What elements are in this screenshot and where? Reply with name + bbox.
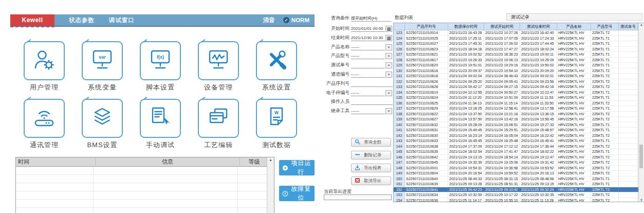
table-cell: HRV225KTL HV <box>557 176 591 182</box>
nav-item-1[interactable]: 状态参数 <box>69 16 95 24</box>
test-data-query-window: 查询条件 按开始时间(H) 开始时间2021/01/01 00:00▦结束时间2… <box>323 13 644 204</box>
table-row[interactable]: 130S2250721110106162021/11/23 20:09:3720… <box>394 68 644 74</box>
log-col-level: 等级 <box>240 158 268 166</box>
table-cell <box>619 166 638 171</box>
tile-system-variables[interactable]: var系统变量 <box>82 41 123 91</box>
table-row[interactable]: 126S2250721110106232021/11/23 18:04:1820… <box>394 47 644 52</box>
dropdown-arrow-button[interactable]: ▼ <box>385 90 392 96</box>
table-row[interactable]: 143S2250721110106332021/11/24 16:45:4520… <box>394 138 644 144</box>
tile-user-management[interactable]: 用户管理 <box>24 41 65 91</box>
table-row[interactable]: 150S2250721110106402021/11/25 08:49:3320… <box>394 176 644 182</box>
table-row[interactable]: 135S2250721110106242021/11/24 11:12:2020… <box>394 95 644 101</box>
log-cell <box>16 175 94 183</box>
date-input[interactable]: 2021/12/30 10:30 <box>351 35 385 41</box>
scrollbar-thumb[interactable] <box>639 145 643 168</box>
export-report-button[interactable]: 导出报表 <box>351 164 391 172</box>
delete-record-button[interactable]: 删除记录 <box>351 151 391 159</box>
tab-test-record[interactable]: 测试记录 <box>506 13 642 21</box>
table-cell <box>619 138 638 144</box>
table-row[interactable]: 141S2250721110106312021/11/24 15:49:4520… <box>394 128 644 133</box>
date-input[interactable]: 2021/01/01 00:00 <box>351 26 385 32</box>
mute-button[interactable]: 消音 <box>263 16 275 24</box>
tile-process-editor[interactable]: 工艺编辑 <box>198 99 239 148</box>
tile-device-management[interactable]: 设备管理 <box>198 41 239 91</box>
calendar-icon-button[interactable]: ▦ <box>385 35 392 41</box>
dropdown-arrow-button[interactable]: ▼ <box>385 44 392 50</box>
dropdown-arrow-button[interactable]: ▼ <box>385 108 392 114</box>
select-value[interactable] <box>351 62 385 68</box>
table-row[interactable]: 147S2250721110106452021/11/24 19:32:3920… <box>394 160 644 166</box>
table-cell: 225KTL T2 <box>591 79 619 84</box>
scroll-down-arrow[interactable]: ▼ <box>639 199 644 202</box>
table-row[interactable]: 148S2250721110100012021/11/24 19:54:3120… <box>394 166 644 171</box>
select-value[interactable]: ------ <box>351 108 385 114</box>
table-row[interactable]: 133S2250721110106282021/11/24 09:42:1720… <box>394 84 644 90</box>
dropdown-arrow-button[interactable]: ▼ <box>385 72 392 78</box>
table-cell <box>619 182 638 187</box>
table-row[interactable]: 142S2250721110106302021/11/24 16:23:1420… <box>394 133 644 139</box>
filter-mode-value[interactable]: 按开始时间(H) <box>351 15 391 22</box>
table-row[interactable]: 132S2250721110106262021/11/24 09:25:2020… <box>394 79 644 85</box>
project-run-button[interactable]: 项目运行 <box>279 160 315 175</box>
table-scrollbar[interactable]: ▲▼ <box>638 23 644 202</box>
table-row[interactable]: 128S2250721110106172021/11/23 19:26:3320… <box>394 58 644 63</box>
table-row[interactable]: 124S2250721110100252021/11/23 17:25:1120… <box>394 36 644 42</box>
tile-test-data[interactable]: w测试数据 <box>256 99 297 148</box>
table-row[interactable]: 127S2250721110106212021/11/23 19:02:5220… <box>394 52 644 58</box>
tile-script-settings[interactable]: f(x)脚本设置 <box>140 41 181 91</box>
calendar-icon-button[interactable]: ▦ <box>385 26 392 32</box>
table-row[interactable]: 146S2250721110106422021/11/24 19:13:1520… <box>394 155 644 161</box>
table-cell: 2021/11/24 19:53:52 <box>520 166 557 171</box>
tile-comm-management[interactable]: 通讯管理 <box>24 99 65 148</box>
text-input[interactable] <box>351 81 393 87</box>
table-cell: 2021/11/24 13:18:25 <box>448 106 484 111</box>
select-value[interactable]: ------ <box>351 44 385 50</box>
table-row[interactable]: 139S2250721110106272021/11/24 13:57:5020… <box>394 117 644 122</box>
tile-manual-debug[interactable]: 手动调试 <box>140 99 181 148</box>
table-row[interactable]: 137S2250721110106292021/11/24 13:18:2520… <box>394 106 644 112</box>
table-cell: S225072111010640 <box>405 176 448 182</box>
text-input[interactable] <box>351 99 393 105</box>
table-cell: 2021/11/24 20:16:13 <box>520 171 557 176</box>
table-row[interactable]: 123S2250721110100142021/11/23 16:43:2820… <box>394 30 644 36</box>
log-col-message: 信息 <box>96 158 240 166</box>
table-row[interactable]: 125S2250721110100272021/11/23 17:45:3120… <box>394 41 644 47</box>
table-cell: 2021/11/25 09:13:28 <box>448 182 484 187</box>
dropdown-arrow-button[interactable]: ▼ <box>385 53 392 59</box>
table-cell <box>619 36 638 41</box>
nav-item-2[interactable]: 调试窗口 <box>109 16 135 24</box>
table-row[interactable]: 152S2250721110106412021/11/25 09:42:2320… <box>394 187 644 193</box>
cancel-export-button[interactable]: 取消导出 <box>351 176 391 185</box>
tile-system-settings[interactable]: 系统设置 <box>256 41 297 91</box>
table-row[interactable]: 149S2250721110106042021/11/24 20:16:5420… <box>394 171 644 176</box>
tile-script-settings-box: f(x) <box>140 41 181 80</box>
table-header-cell: 产品名称 <box>557 23 591 30</box>
table-cell: 149 <box>394 171 405 176</box>
table-cell: 2021/11/24 12:58:41 <box>484 106 520 111</box>
table-row[interactable]: 129S2250721110106202021/11/23 19:51:0120… <box>394 63 644 68</box>
table-row[interactable]: 153S2250721110106342021/11/25 10:32:5920… <box>394 192 644 198</box>
select-value[interactable]: ------ <box>351 90 385 96</box>
table-row[interactable]: 151S2250721110106392021/11/25 09:13:2820… <box>394 182 644 187</box>
table-row[interactable]: 154S2250721110106362021/11/25 11:14:1720… <box>394 198 644 203</box>
table-header-cell: 产品序列号 <box>405 23 448 30</box>
log-scrollbar[interactable]: ▲ <box>267 157 274 213</box>
table-row[interactable]: 131S2250721110106182021/11/24 09:02:0420… <box>394 74 644 79</box>
screenshot-canvas: Kewell 状态参数调试窗口 消音 ✓ NORM 用户管理var系统变量f(x… <box>0 0 644 213</box>
table-row[interactable]: 136S2250721110106252021/11/24 11:34:1320… <box>394 101 644 106</box>
table-row[interactable]: 140S2250721110106322021/11/24 15:28:0920… <box>394 122 644 128</box>
tile-bms-settings-box <box>82 99 123 138</box>
query-all-button[interactable]: 查询全部 <box>351 138 391 147</box>
table-row[interactable]: 138S2250721110106222021/11/24 13:37:5020… <box>394 112 644 117</box>
log-cell <box>238 200 266 207</box>
fault-reset-button[interactable]: 故障复位 <box>279 186 315 201</box>
alert-circle-icon <box>282 190 288 198</box>
table-row[interactable]: 145S2250721110106352021/11/24 18:02:5420… <box>394 149 644 155</box>
select-value[interactable]: ------ <box>351 72 385 78</box>
dropdown-arrow-button[interactable]: ▼ <box>385 62 392 68</box>
select-value[interactable]: ------ <box>351 53 385 59</box>
tile-bms-settings[interactable]: BMS设置 <box>82 99 123 148</box>
table-row[interactable]: 134S2250721110106192021/11/24 10:12:5520… <box>394 90 644 96</box>
side-button-label: 查询全部 <box>364 139 381 146</box>
table-row[interactable]: 144S2250721110106382021/11/24 17:37:0920… <box>394 144 644 150</box>
